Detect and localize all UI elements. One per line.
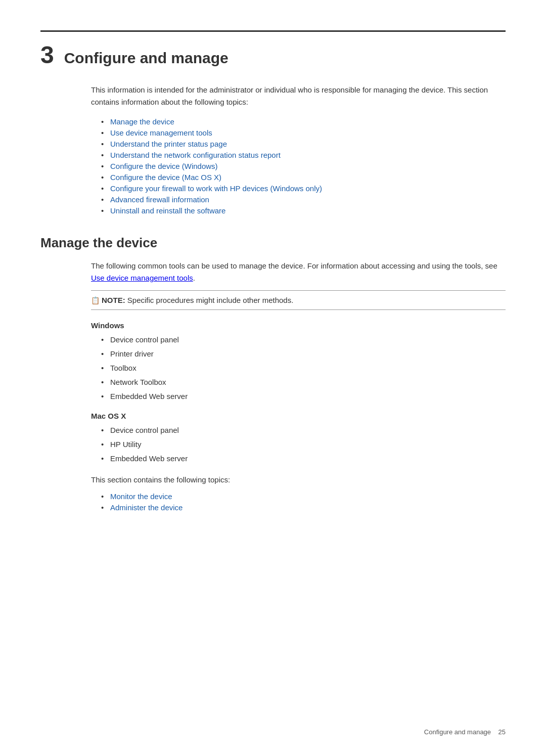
toc-link-uninstall[interactable]: Uninstall and reinstall the software (110, 206, 225, 215)
list-item: Configure the device (Windows) (101, 162, 506, 170)
note-label: NOTE: (102, 296, 125, 304)
list-item: Device control panel (101, 424, 506, 436)
list-item: Printer driver (101, 348, 506, 360)
section-bottom-text: This section contains the following topi… (91, 474, 506, 486)
toc-link-configure-windows[interactable]: Configure the device (Windows) (110, 162, 218, 170)
manage-intro-text: The following common tools can be used t… (91, 260, 506, 284)
list-item: Manage the device (101, 117, 506, 126)
chapter-number: 3 (40, 41, 54, 68)
manage-section-title: Manage the device (40, 235, 506, 251)
list-item: Configure the device (Mac OS X) (101, 173, 506, 182)
page-container: 3Configure and manage This information i… (0, 0, 546, 561)
list-item: Understand the network configuration sta… (101, 151, 506, 159)
list-item: Device control panel (101, 334, 506, 346)
chapter-title: 3Configure and manage (40, 41, 506, 69)
bottom-link-list: Monitor the device Administer the device (101, 492, 506, 512)
list-item: Advanced firewall information (101, 195, 506, 204)
page-footer: Configure and manage 25 (424, 728, 506, 736)
list-item: HP Utility (101, 438, 506, 451)
toc-link-printer-status[interactable]: Understand the printer status page (110, 140, 227, 148)
note-box: 📋 NOTE: Specific procedures might includ… (91, 290, 506, 310)
chapter-header: 3Configure and manage (40, 30, 506, 69)
list-item: Configure your firewall to work with HP … (101, 184, 506, 193)
toc-link-tools[interactable]: Use device management tools (110, 128, 212, 137)
list-item: Toolbox (101, 362, 506, 374)
manage-intro-link[interactable]: Use device management tools (91, 274, 193, 282)
manage-section: Manage the device The following common t… (40, 235, 506, 512)
windows-list: Device control panel Printer driver Tool… (101, 334, 506, 403)
macosx-list: Device control panel HP Utility Embedded… (101, 424, 506, 465)
note-icon: 📋 (91, 296, 100, 304)
list-item: Network Toolbox (101, 376, 506, 388)
macosx-subsection-title: Mac OS X (91, 412, 506, 420)
link-administer-device[interactable]: Administer the device (110, 503, 183, 512)
windows-subsection-title: Windows (91, 321, 506, 330)
page-number: 25 (498, 728, 506, 736)
section-content: The following common tools can be used t… (91, 260, 506, 512)
toc-link-network-status[interactable]: Understand the network configuration sta… (110, 151, 281, 159)
list-item: Uninstall and reinstall the software (101, 206, 506, 215)
list-item: Administer the device (101, 503, 506, 512)
toc-link-configure-mac[interactable]: Configure the device (Mac OS X) (110, 173, 221, 182)
list-item: Embedded Web server (101, 390, 506, 403)
note-text: Specific procedures might include other … (127, 296, 294, 304)
toc-list: Manage the device Use device management … (101, 117, 506, 215)
list-item: Use device management tools (101, 128, 506, 137)
footer-text: Configure and manage (424, 728, 491, 736)
link-monitor-device[interactable]: Monitor the device (110, 492, 172, 501)
toc-link-advanced-firewall[interactable]: Advanced firewall information (110, 195, 209, 204)
list-item: Monitor the device (101, 492, 506, 501)
toc-link-firewall[interactable]: Configure your firewall to work with HP … (110, 184, 322, 193)
list-item: Embedded Web server (101, 453, 506, 465)
toc-link-manage[interactable]: Manage the device (110, 117, 174, 126)
intro-paragraph: This information is intended for the adm… (91, 84, 506, 108)
list-item: Understand the printer status page (101, 140, 506, 148)
